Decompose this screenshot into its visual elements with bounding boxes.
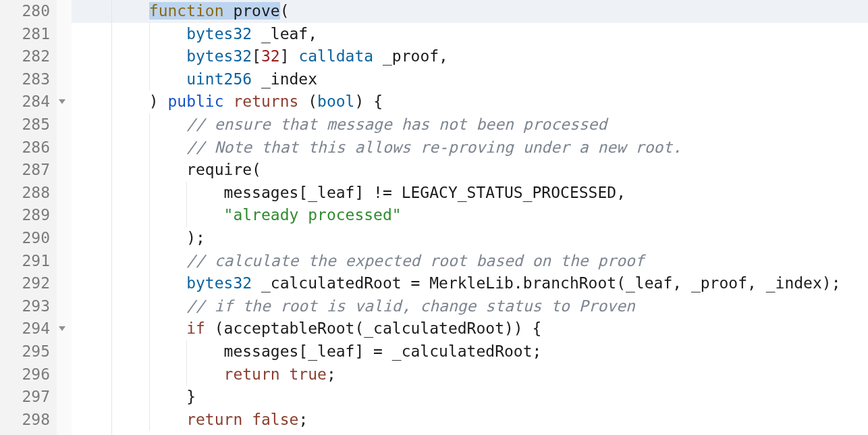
code-token: calldata — [298, 47, 373, 65]
code-token: "already processed" — [224, 206, 402, 224]
code-token: ] — [280, 47, 299, 65]
code-line[interactable]: if (acceptableRoot(_calculatedRoot)) { — [72, 317, 868, 340]
code-area[interactable]: function prove( bytes32 _leaf, bytes32[3… — [72, 0, 868, 435]
code-token: // if the root is valid, change status t… — [186, 297, 635, 315]
line-number: 285 — [0, 113, 57, 136]
code-token: [ — [252, 47, 261, 65]
code-token: false — [252, 411, 298, 428]
line-number: 280 — [0, 0, 57, 23]
code-token: if — [186, 319, 205, 337]
line-number: 293 — [0, 295, 57, 318]
line-number: 292 — [0, 272, 57, 295]
line-number: 298 — [0, 409, 57, 432]
code-line[interactable]: messages[_leaf] != LEGACY_STATUS_PROCESS… — [72, 182, 868, 205]
code-line[interactable]: function prove( — [72, 0, 868, 23]
code-token: _proof, — [373, 47, 448, 65]
code-token: bytes32 — [186, 274, 252, 292]
line-number: 282 — [0, 45, 57, 68]
code-token: // Note that this allows re-proving unde… — [186, 138, 682, 156]
code-token: // ensure that message has not been proc… — [186, 116, 607, 133]
code-token: return — [224, 365, 280, 383]
code-token: true — [290, 365, 327, 383]
code-token: bytes32 — [186, 47, 252, 65]
line-number: 297 — [0, 386, 57, 409]
fold-toggle-icon[interactable] — [59, 99, 65, 104]
code-token: ( — [280, 2, 290, 20]
code-token: public — [167, 93, 223, 110]
code-token: messages[_leaf] = _calculatedRoot; — [224, 342, 542, 360]
code-token: _calculatedRoot = MerkleLib.branchRoot(_… — [252, 274, 840, 292]
code-line[interactable]: uint256 _index — [72, 68, 868, 91]
code-token: ; — [327, 365, 336, 383]
code-token: require — [186, 161, 252, 178]
code-token: ); — [186, 229, 205, 247]
code-token: messages[_leaf] != LEGACY_STATUS_PROCESS… — [224, 184, 626, 201]
code-line[interactable]: bytes32 _leaf, — [72, 23, 868, 46]
line-number: 283 — [0, 68, 57, 91]
code-line[interactable]: // if the root is valid, change status t… — [72, 295, 868, 318]
code-token — [224, 93, 234, 110]
code-token: bytes32 — [186, 25, 252, 43]
code-line[interactable]: return false; — [72, 409, 868, 432]
code-line[interactable]: // Note that this allows re-proving unde… — [72, 136, 868, 159]
code-token — [224, 2, 234, 20]
code-token: _leaf, — [252, 25, 317, 43]
code-line[interactable]: require( — [72, 159, 868, 182]
code-line[interactable]: // calculate the expected root based on … — [72, 250, 868, 273]
code-token: // calculate the expected root based on … — [186, 252, 645, 270]
code-token: } — [186, 388, 196, 405]
fold-column — [57, 0, 72, 435]
code-token — [280, 365, 290, 383]
code-token: ( — [298, 93, 317, 110]
line-number: 284 — [0, 91, 57, 113]
code-line[interactable]: } — [72, 386, 868, 409]
code-token: ; — [298, 411, 308, 428]
code-token: ) { — [354, 93, 383, 110]
code-line[interactable]: "already processed" — [72, 204, 868, 227]
code-line[interactable]: return true; — [72, 363, 868, 386]
code-token: function — [149, 2, 224, 20]
code-token: 32 — [261, 47, 280, 65]
code-line[interactable]: ); — [72, 227, 868, 250]
line-number: 294 — [0, 317, 57, 340]
code-line[interactable]: } — [72, 431, 868, 435]
line-number: 288 — [0, 182, 57, 205]
code-token: ) — [149, 93, 168, 110]
code-line[interactable]: ) public returns (bool) { — [72, 91, 868, 113]
fold-toggle-icon[interactable] — [59, 326, 65, 331]
line-number: 291 — [0, 250, 57, 273]
code-token: return — [186, 411, 242, 428]
line-number: 295 — [0, 340, 57, 363]
line-number: 296 — [0, 363, 57, 386]
line-number: 281 — [0, 23, 57, 46]
code-token: ( — [252, 161, 261, 178]
code-token: uint256 — [186, 70, 252, 88]
code-token: bool — [317, 93, 354, 110]
code-line[interactable]: // ensure that message has not been proc… — [72, 113, 868, 136]
line-number: 289 — [0, 204, 57, 227]
line-number: 287 — [0, 159, 57, 182]
line-number: 286 — [0, 136, 57, 159]
code-token: returns — [233, 93, 298, 110]
code-editor[interactable]: 2802812822832842852862872882892902912922… — [0, 0, 868, 435]
code-token — [242, 411, 252, 428]
line-number: 299 — [0, 431, 57, 435]
line-number-gutter: 2802812822832842852862872882892902912922… — [0, 0, 57, 435]
line-number: 290 — [0, 227, 57, 250]
code-line[interactable]: messages[_leaf] = _calculatedRoot; — [72, 340, 868, 363]
code-token: _index — [252, 70, 317, 88]
code-token: prove — [233, 2, 279, 20]
code-line[interactable]: bytes32 _calculatedRoot = MerkleLib.bran… — [72, 272, 868, 295]
code-line[interactable]: bytes32[32] calldata _proof, — [72, 45, 868, 68]
code-token: (acceptableRoot(_calculatedRoot)) { — [205, 319, 542, 337]
